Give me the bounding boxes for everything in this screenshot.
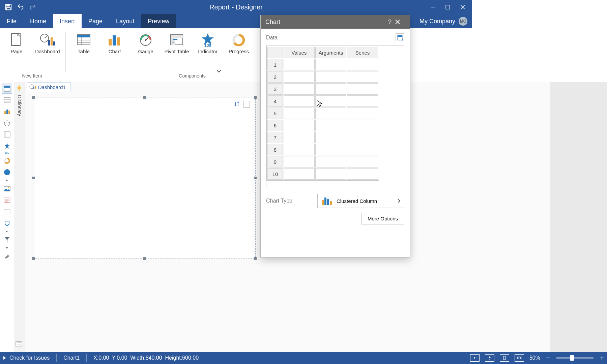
cell-arguments[interactable]	[315, 71, 346, 83]
tool-chart-icon[interactable]	[2, 107, 12, 117]
cell-arguments[interactable]	[315, 95, 346, 107]
ribbon-dashboard-button[interactable]: Dashboard	[34, 30, 61, 54]
cell-series[interactable]	[347, 108, 378, 119]
column-values[interactable]: Values	[284, 47, 315, 58]
cell-arguments[interactable]	[315, 108, 346, 119]
ribbon-page-button[interactable]: Page	[3, 30, 30, 54]
tool-shape-icon[interactable]	[2, 218, 12, 228]
tab-page[interactable]: Page	[82, 14, 109, 28]
cell-values[interactable]	[284, 156, 315, 168]
ribbon-gauge-button[interactable]: Gauge	[133, 30, 159, 54]
company-label[interactable]: My Company	[420, 18, 455, 25]
grid-row[interactable]: 7	[267, 132, 378, 143]
save-icon[interactable]	[5, 3, 12, 11]
fullscreen-icon[interactable]	[243, 101, 250, 108]
cell-values[interactable]	[284, 108, 315, 119]
selected-chart-element[interactable]	[33, 97, 256, 259]
resize-handle[interactable]	[143, 257, 146, 260]
tool-table-icon[interactable]	[2, 84, 12, 94]
cell-values[interactable]	[284, 144, 315, 155]
data-grid[interactable]: Values Arguments Series 12345678910	[266, 46, 379, 181]
tool-expand-2-icon[interactable]: ▾	[6, 230, 8, 233]
redo-icon[interactable]	[29, 3, 36, 11]
tool-progress-icon[interactable]	[2, 156, 12, 166]
resize-handle[interactable]	[254, 177, 257, 179]
grid-row[interactable]: 2	[267, 71, 378, 83]
data-source-icon[interactable]	[396, 33, 404, 42]
cell-values[interactable]	[284, 120, 315, 131]
ribbon-progress-button[interactable]: Progress	[226, 30, 252, 54]
grid-row[interactable]: 1	[267, 59, 378, 70]
cell-arguments[interactable]	[315, 144, 346, 155]
undo-icon[interactable]	[17, 3, 24, 11]
tab-preview[interactable]: Preview	[141, 14, 176, 28]
tool-settings-icon[interactable]	[2, 251, 12, 261]
tool-expand-3-icon[interactable]: ▾	[6, 246, 8, 250]
more-options-button[interactable]: More Options	[361, 213, 404, 224]
grid-row[interactable]: 8	[267, 144, 378, 155]
cell-series[interactable]	[347, 71, 378, 83]
tool-text-icon[interactable]	[2, 195, 12, 205]
cell-values[interactable]	[284, 83, 315, 95]
column-arguments[interactable]: Arguments	[315, 47, 346, 58]
help-icon[interactable]: ?	[385, 19, 395, 26]
grid-row[interactable]: 5	[267, 108, 378, 119]
dictionary-panel[interactable]: Dictionary	[14, 82, 25, 283]
maximize-icon[interactable]	[444, 4, 451, 10]
cell-series[interactable]	[347, 95, 378, 107]
grid-row[interactable]: 9	[267, 156, 378, 168]
cell-series[interactable]	[347, 168, 378, 180]
grid-row[interactable]: 3	[267, 83, 378, 95]
ribbon-pivot-button[interactable]: Pivot Table	[164, 30, 190, 54]
cell-values[interactable]	[284, 59, 315, 70]
cell-values[interactable]	[284, 95, 315, 107]
tool-gauge-icon[interactable]	[2, 118, 12, 128]
tool-expand-1-icon[interactable]: ▾	[6, 179, 8, 182]
minimize-icon[interactable]	[430, 4, 436, 10]
cell-values[interactable]	[284, 132, 315, 143]
cell-values[interactable]	[284, 168, 315, 180]
cell-series[interactable]	[347, 120, 378, 131]
cell-arguments[interactable]	[315, 59, 346, 70]
grid-row[interactable]: 4	[267, 95, 378, 107]
resize-handle[interactable]	[143, 96, 146, 99]
cell-arguments[interactable]	[315, 83, 346, 95]
chevron-down-icon[interactable]	[216, 69, 222, 73]
resize-handle[interactable]	[32, 257, 35, 260]
tab-home[interactable]: Home	[23, 14, 53, 28]
grid-row[interactable]: 6	[267, 120, 378, 131]
cell-arguments[interactable]	[315, 168, 346, 180]
tool-panel-icon[interactable]	[2, 207, 12, 217]
close-panel-icon[interactable]	[395, 19, 405, 25]
cell-arguments[interactable]	[315, 132, 346, 143]
document-tab[interactable]: Dashboard1	[27, 82, 71, 92]
cell-arguments[interactable]	[315, 156, 346, 168]
avatar[interactable]: MC	[459, 17, 467, 26]
column-series[interactable]: Series	[347, 47, 378, 58]
cell-series[interactable]	[347, 144, 378, 155]
resize-handle[interactable]	[32, 177, 35, 179]
tab-file[interactable]: File	[0, 14, 23, 28]
cell-values[interactable]	[284, 71, 315, 83]
resize-handle[interactable]	[32, 96, 35, 99]
sort-icon[interactable]	[234, 101, 240, 107]
ribbon-chart-button[interactable]: Chart	[102, 30, 128, 54]
tool-image-icon[interactable]	[2, 184, 12, 194]
close-icon[interactable]	[459, 4, 466, 10]
tool-map-icon[interactable]	[2, 167, 12, 177]
ribbon-table-button[interactable]: Table	[70, 30, 97, 54]
tool-pivot-icon[interactable]	[2, 129, 12, 140]
tab-insert[interactable]: Insert	[53, 14, 82, 28]
tab-layout[interactable]: Layout	[109, 14, 141, 28]
grid-row[interactable]: 10	[267, 168, 378, 180]
resize-handle[interactable]	[254, 96, 257, 99]
tool-list-icon[interactable]	[2, 95, 12, 105]
cell-series[interactable]	[347, 132, 378, 143]
resize-handle[interactable]	[254, 257, 257, 260]
cell-series[interactable]	[347, 59, 378, 70]
cell-series[interactable]	[347, 83, 378, 95]
cell-series[interactable]	[347, 156, 378, 168]
chart-type-selector[interactable]: Clustered Column	[317, 194, 404, 208]
tool-indicator-icon[interactable]	[2, 141, 12, 151]
ribbon-indicator-button[interactable]: 100 Indicator	[195, 30, 221, 54]
